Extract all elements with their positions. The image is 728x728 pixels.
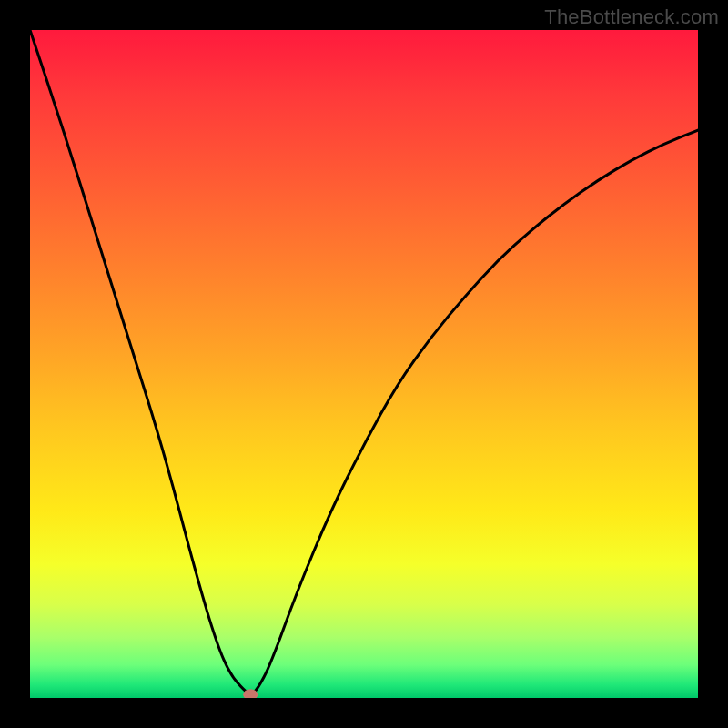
curve-svg (30, 30, 698, 698)
plot-area (30, 30, 698, 698)
watermark-text: TheBottleneck.com (544, 5, 719, 29)
chart-frame: TheBottleneck.com (0, 0, 728, 728)
bottleneck-curve (30, 30, 698, 693)
